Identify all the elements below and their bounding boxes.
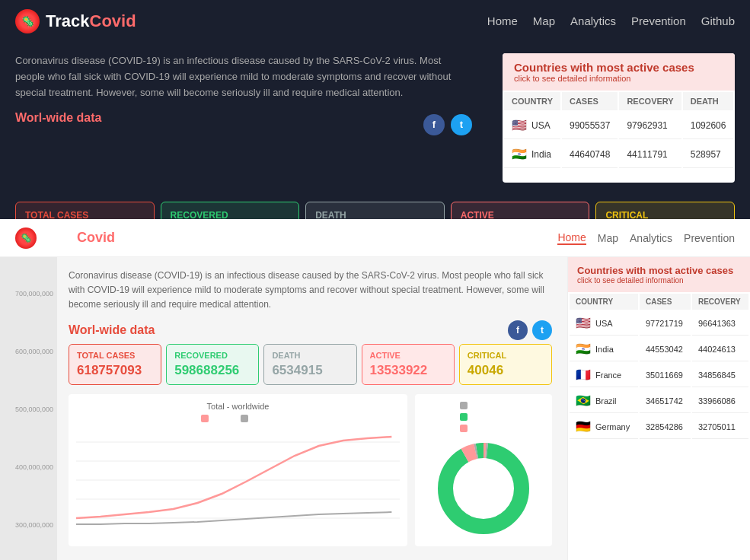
donut-chart-container: Deaths Recovered Case [415, 394, 552, 546]
bottom-area: 700,000,000 600,000,000 500,000,000 400,… [0, 219, 750, 560]
top-nav-github[interactable]: Github [701, 14, 735, 27]
country-cell: 🇮🇳 India [504, 141, 560, 168]
donut-legend: Deaths Recovered Case [460, 402, 507, 433]
top-countries-panel: Countries with most active cases click t… [503, 53, 735, 183]
flag-icon: 🇮🇳 [576, 342, 591, 356]
donut-recovered-label: Recovered [471, 413, 507, 422]
flag-icon: 🇧🇷 [576, 393, 591, 408]
top-nav-map[interactable]: Map [533, 14, 555, 27]
country-name: Brazil [595, 396, 617, 406]
bottom-left-panel: Coronavirus disease (COVID-19) is an inf… [0, 257, 567, 560]
recovery-value: 96641363 [692, 311, 748, 336]
bottom-social-icons: f t [508, 320, 552, 340]
bottom-facebook-icon[interactable]: f [508, 320, 528, 340]
bottom-right-panel: Countries with most active cases click t… [567, 257, 750, 560]
donut-deaths-dot [460, 402, 468, 409]
bottom-recovered-value: 598688256 [174, 363, 251, 378]
donut-case-label: Case [471, 425, 488, 433]
charts-area: Total - worldwide cases Deaths [69, 394, 552, 546]
table-row[interactable]: 🇮🇳 India 44553042 44024613 [570, 337, 748, 361]
table-row[interactable]: 🇧🇷 Brazil 34651742 33966086 [570, 389, 748, 413]
recovery-value: 34856845 [692, 363, 748, 387]
bottom-total-cases-label: TOTAL CASES [77, 351, 153, 360]
col-recovery: RECOVERY [619, 92, 681, 110]
cases-value: 44640748 [562, 141, 618, 168]
bottom-logo-icon: 🦠 [15, 228, 37, 249]
recovery-value: 44024613 [692, 337, 748, 361]
bottom-twitter-icon[interactable]: t [532, 320, 552, 340]
bottom-description: Coronavirus disease (COVID-19) is an inf… [69, 269, 552, 313]
table-row[interactable]: 🇩🇪 Germany 32854286 32705011 [570, 415, 748, 439]
bottom-col-country: COUNTRY [570, 294, 638, 310]
legend-deaths-dot [241, 415, 248, 422]
country-name: Germany [595, 422, 630, 431]
cases-value: 32854286 [640, 415, 691, 439]
donut-recovered-dot [460, 413, 468, 421]
col-country: COUNTRY [504, 92, 560, 110]
bottom-critical-value: 40046 [468, 363, 544, 378]
top-nav-prevention[interactable]: Prevention [631, 14, 686, 27]
legend-cases: cases [201, 415, 231, 423]
bottom-active-value: 13533922 [370, 363, 446, 378]
top-navbar: 🦠 TrackCovid Home Map Analytics Preventi… [0, 0, 750, 42]
bottom-countries-table: COUNTRY CASES RECOVERY 🇺🇸 USA 97721719 9… [568, 292, 750, 441]
bottom-total-cases-card: TOTAL CASES 618757093 [69, 344, 161, 385]
bottom-countries-subtitle: click to see detailed information [577, 276, 741, 285]
bottom-nav-map[interactable]: Map [598, 232, 618, 244]
cases-value: 34651742 [640, 389, 691, 413]
cases-value: 99055537 [562, 112, 618, 139]
country-cell: 🇮🇳 India [570, 337, 638, 361]
bottom-nav-prevention[interactable]: Prevention [684, 232, 735, 244]
bottom-section-title: Worl-wide data [69, 323, 155, 337]
top-hero-area: Coronavirus disease (COVID-19) is an inf… [0, 42, 750, 194]
legend-deaths-label: Deaths [251, 415, 276, 423]
top-nav-analytics[interactable]: Analytics [570, 14, 616, 27]
country-name: USA [531, 120, 551, 131]
death-value: 528957 [683, 141, 734, 168]
country-name: France [595, 371, 621, 380]
bottom-critical-label: CRITICAL [468, 351, 544, 360]
twitter-icon[interactable]: t [451, 114, 472, 135]
flag-icon: 🇺🇸 [512, 118, 527, 132]
bottom-nav-home[interactable]: Home [557, 231, 586, 245]
bottom-total-cases-value: 618757093 [77, 363, 153, 378]
bottom-logo-covid: Covid [77, 230, 115, 246]
line-chart-title: Total - worldwide [76, 402, 400, 411]
bottom-logo: 🦠 TrackCovid [15, 228, 115, 249]
logo-icon: 🦠 [15, 9, 40, 33]
country-cell: 🇧🇷 Brazil [570, 389, 638, 413]
top-countries-table: COUNTRY CASES RECOVERY DEATH 🇺🇸 USA 9905… [503, 91, 735, 170]
top-countries-title: Countries with most active cases [514, 61, 723, 74]
bottom-recovered-card: RECOVERED 598688256 [166, 344, 259, 385]
svg-point-6 [445, 450, 522, 527]
top-nav-links: Home Map Analytics Prevention Github [487, 14, 735, 27]
facebook-icon[interactable]: f [423, 114, 445, 135]
country-cell: 🇩🇪 Germany [570, 415, 638, 439]
table-row[interactable]: 🇫🇷 France 35011669 34856845 [570, 363, 748, 387]
bottom-col-cases: CASES [640, 294, 691, 310]
donut-legend-case: Case [460, 425, 507, 433]
recovery-value: 44111791 [619, 141, 681, 168]
recovery-value: 97962931 [619, 112, 681, 139]
country-name: India [595, 345, 614, 354]
top-countries-subtitle: click to see detailed information [514, 74, 723, 83]
table-row[interactable]: 🇺🇸 USA 99055537 97962931 1092606 [504, 112, 733, 139]
col-cases: CASES [562, 92, 618, 110]
country-name: India [531, 149, 551, 160]
flag-icon: 🇺🇸 [576, 316, 591, 330]
social-icons: f t [423, 114, 472, 135]
bottom-nav-analytics[interactable]: Analytics [630, 232, 672, 244]
donut-svg [434, 439, 533, 538]
bottom-section-title-row: Worl-wide data f t [69, 320, 552, 340]
top-nav-home[interactable]: Home [487, 14, 518, 27]
top-countries-header: Countries with most active cases click t… [503, 53, 735, 91]
line-chart-container: Total - worldwide cases Deaths [69, 394, 407, 546]
country-cell: 🇺🇸 USA [570, 311, 638, 336]
col-death: DEATH [683, 92, 734, 110]
donut-deaths-label: Deaths [471, 402, 495, 410]
top-logo: 🦠 TrackCovid [15, 9, 136, 33]
table-row[interactable]: 🇺🇸 USA 97721719 96641363 [570, 311, 748, 336]
table-row[interactable]: 🇮🇳 India 44640748 44111791 528957 [504, 141, 733, 168]
top-section-title: Worl-wide data [15, 111, 102, 124]
bottom-death-label: DEATH [272, 351, 348, 360]
